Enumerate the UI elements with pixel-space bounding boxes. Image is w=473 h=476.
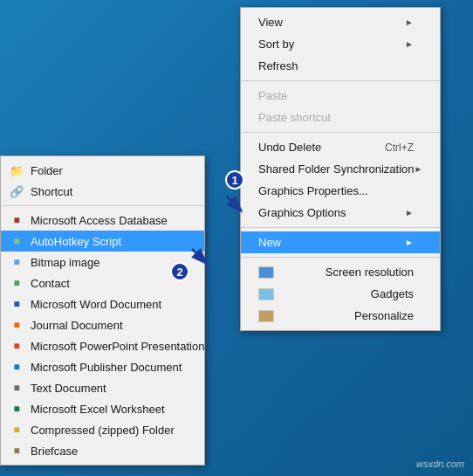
menu-item-refresh[interactable]: Refresh <box>241 55 440 77</box>
shortcut-icon: 🔗 <box>8 184 25 198</box>
shortcut-label: Ctrl+Z <box>385 141 414 154</box>
menu-item-view[interactable]: View ► <box>241 11 440 33</box>
new-access-db[interactable]: ■ Microsoft Access Database <box>1 210 204 231</box>
journal-icon: ■ <box>8 318 25 332</box>
new-word-doc[interactable]: ■ Microsoft Word Document <box>1 293 204 314</box>
menu-item-paste-shortcut: Paste shortcut <box>241 107 440 128</box>
new-publisher[interactable]: ■ Microsoft Publisher Document <box>1 356 204 377</box>
publisher-icon: ■ <box>8 360 25 374</box>
menu-item-undo-delete[interactable]: Undo Delete Ctrl+Z <box>241 136 440 158</box>
text-icon: ■ <box>8 381 25 395</box>
briefcase-icon: ■ <box>8 444 25 458</box>
autohotkey-icon: ■ <box>8 234 25 248</box>
menu-item-sortby[interactable]: Sort by ► <box>241 33 440 55</box>
separator <box>241 227 440 228</box>
main-context-menu: View ► Sort by ► Refresh Paste Paste sho… <box>240 7 441 331</box>
separator <box>241 80 440 81</box>
folder-icon: 📁 <box>8 163 25 177</box>
new-folder[interactable]: 📁 Folder <box>1 160 204 181</box>
menu-item-new[interactable]: New ► <box>241 231 440 253</box>
menu-item-graphics-properties[interactable]: Graphics Properties... <box>241 180 440 202</box>
new-shortcut[interactable]: 🔗 Shortcut <box>1 181 204 202</box>
new-submenu: 📁 Folder 🔗 Shortcut ■ Microsoft Access D… <box>0 155 205 466</box>
menu-item-gadgets[interactable]: Gadgets <box>241 283 440 305</box>
contact-icon: ■ <box>8 276 25 290</box>
separator <box>1 205 204 206</box>
separator <box>241 257 440 258</box>
new-powerpoint[interactable]: ■ Microsoft PowerPoint Presentation <box>1 335 204 356</box>
arrow-icon: ► <box>405 17 414 27</box>
arrow-icon: ► <box>405 208 414 217</box>
new-excel[interactable]: ■ Microsoft Excel Worksheet <box>1 398 204 419</box>
annotation-badge-2: 2 <box>170 262 189 281</box>
svg-line-0 <box>227 197 240 210</box>
word-icon: ■ <box>8 297 25 311</box>
new-journal[interactable]: ■ Journal Document <box>1 314 204 335</box>
menu-item-shared-folder[interactable]: Shared Folder Synchronization ► <box>241 158 440 180</box>
watermark: wsxdn.com <box>416 459 464 469</box>
menu-item-personalize[interactable]: Personalize <box>241 305 440 327</box>
menu-item-screen-resolution[interactable]: Screen resolution <box>241 261 440 283</box>
arrow-icon: ► <box>415 164 423 174</box>
desktop: View ► Sort by ► Refresh Paste Paste sho… <box>0 0 473 476</box>
arrow-icon: ► <box>405 39 414 49</box>
menu-item-paste: Paste <box>241 85 440 107</box>
new-zip-folder[interactable]: ■ Compressed (zipped) Folder <box>1 419 204 440</box>
excel-icon: ■ <box>8 402 25 416</box>
bitmap-icon: ■ <box>8 255 25 269</box>
arrow-icon: ► <box>405 238 414 247</box>
menu-item-graphics-options[interactable]: Graphics Options ► <box>241 202 440 224</box>
new-autohotkey[interactable]: ■ AutoHotkey Script <box>1 231 204 252</box>
zip-icon: ■ <box>8 423 25 437</box>
new-text-doc[interactable]: ■ Text Document <box>1 377 204 398</box>
annotation-badge-1: 1 <box>225 170 244 190</box>
new-briefcase[interactable]: ■ Briefcase <box>1 440 204 461</box>
separator <box>241 132 440 133</box>
powerpoint-icon: ■ <box>8 339 25 353</box>
access-icon: ■ <box>8 213 25 227</box>
